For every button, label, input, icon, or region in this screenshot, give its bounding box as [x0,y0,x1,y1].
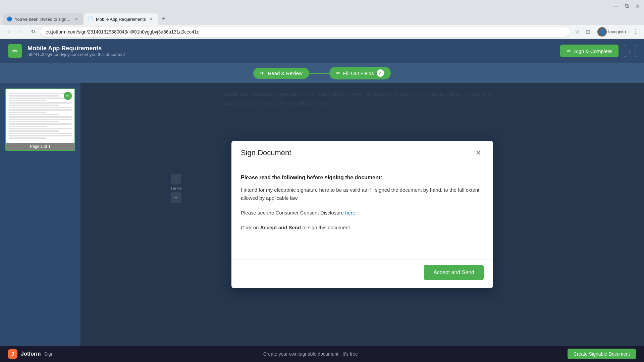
thumb-line [9,114,59,115]
sidebar: ✏ [0,83,80,346]
modal-header: Sign Document ✕ [231,141,493,165]
modal-close-button[interactable]: ✕ [473,147,484,158]
modal-para2-prefix: Please see the Consumer Consent Disclosu… [241,210,345,216]
consumer-consent-link[interactable]: here [345,210,355,216]
modal-para3-bold: Accept and Send [260,225,301,230]
close-window-button[interactable]: ✕ [633,2,641,10]
modal-title: Sign Document [241,148,291,157]
browser-chrome: — ⧉ ✕ 🔵 You've been invited to sign Mobi… [0,0,644,39]
main-content: ✏ [0,83,644,346]
modal-body: Please read the following before signing… [231,165,493,259]
address-bar: ‹ › ↻ ☆ ⊡ 👤 Incognito ⋮ [0,25,644,39]
document-area: iaculis sed, consectetur eget sem. Lorem… [80,83,644,346]
thumb-line [9,123,72,125]
thumb-line [9,98,72,99]
app-logo-icon: ✏ [12,47,18,55]
bookmark-button[interactable]: ☆ [573,27,582,37]
step1-label: Read & Review [268,70,302,76]
step1-icon: 👁 [260,70,265,76]
thumb-line [9,128,72,129]
accept-and-send-button[interactable]: Accept and Send [424,265,484,280]
reload-button[interactable]: ↻ [28,27,38,37]
step2-check: ✓ [377,69,384,77]
modal-para-3: Click on Accept and Send to sign this do… [241,224,484,232]
thumb-line [9,116,72,118]
tab-1[interactable]: 🔵 You've been invited to sign Mobi... ✕ [3,13,83,25]
tab-2[interactable]: 📄 Mobile App Requirements ✕ [84,13,158,25]
incognito-icon: 👤 [597,27,607,37]
tab2-favicon: 📄 [88,16,93,22]
toolbar-icons: ☆ ⊡ 👤 Incognito ⋮ [573,26,640,38]
bottom-bar: J Jotform Sign Create your own signable … [0,346,644,362]
step-read-review[interactable]: 👁 Read & Review [253,68,309,79]
modal-para-2: Please see the Consumer Consent Disclosu… [241,209,484,217]
steps-bar: 👁 Read & Review ✏ Fill Out Fields ✓ [0,63,644,83]
thumb-line [9,107,72,108]
footer-sign-label: Sign [44,351,54,357]
back-button[interactable]: ‹ [4,27,13,37]
thumbnail-label: Page 1 of 1 [6,143,74,150]
thumb-line [9,109,72,111]
step2-icon: ✏ [336,70,340,76]
modal-heading: Please read the following before signing… [241,175,484,181]
modal-overlay: Sign Document ✕ Please read the followin… [80,83,644,346]
incognito-label: Incognito [608,29,626,34]
app-header: ✏ Mobile App Requirements a9241c29@moody… [0,39,644,63]
extensions-button[interactable]: ⊡ [583,27,593,37]
title-bar: — ⧉ ✕ [0,0,644,12]
address-input[interactable] [40,27,570,37]
thumb-line [9,126,47,127]
jotform-logo: J Jotform Sign [8,349,54,359]
tab1-favicon: 🔵 [7,16,12,22]
app-subtitle: a9241c29@moodyjoy.com sent you this docu… [28,52,555,57]
tab1-title: You've been invited to sign Mobi... [15,17,71,22]
header-menu-button[interactable]: ⋮ [624,45,636,57]
thumb-line [9,133,72,134]
thumb-line [9,112,47,113]
thumb-line [9,100,47,101]
sign-complete-button[interactable]: ✏ Sign & Complete [560,45,619,57]
tabs-bar: 🔵 You've been invited to sign Mobi... ✕ … [0,12,644,25]
thumb-line [9,137,47,139]
sign-complete-label: Sign & Complete [574,48,612,54]
modal-footer: Accept and Send [231,259,493,288]
modal-para-1: I intend for my electronic signature her… [241,186,484,202]
modal-para3-suffix: to sign this document. [301,225,351,230]
create-signable-button[interactable]: Create Signable Document [568,349,636,359]
thumb-line [9,93,72,94]
app-title: Mobile App Requirements [28,45,555,52]
step2-label: Fill Out Fields [343,70,374,76]
edit-badge: ✏ [64,92,72,100]
window-controls: — ⧉ ✕ [612,2,641,10]
thumb-line [9,135,72,136]
maximize-button[interactable]: ⧉ [623,2,631,10]
jotform-brand: Jotform [21,351,41,357]
tab2-title: Mobile App Requirements [96,17,146,22]
new-tab-button[interactable]: + [159,14,168,23]
footer-promo-text: Create your own signable document - It's… [263,351,358,357]
sign-document-modal: Sign Document ✕ Please read the followin… [231,141,493,288]
browser-menu-button[interactable]: ⋮ [631,27,640,37]
app-title-group: Mobile App Requirements a9241c29@moodyjo… [28,45,555,57]
thumb-line [9,95,59,97]
thumb-line [9,102,72,104]
forward-button[interactable]: › [16,27,25,37]
modal-para3-prefix: Click on [241,225,260,230]
page-thumbnail[interactable]: ✏ [5,88,75,151]
sign-complete-icon: ✏ [567,48,571,54]
app-logo: ✏ [8,44,22,58]
tab2-close-button[interactable]: ✕ [149,16,154,22]
minimize-button[interactable]: — [612,2,620,10]
thumb-line [9,121,59,122]
tab1-close-button[interactable]: ✕ [74,16,79,22]
jotform-icon: J [8,349,17,359]
thumb-line [9,105,59,106]
modal-para2-suffix: . [355,210,357,216]
step-fill-fields[interactable]: ✏ Fill Out Fields ✓ [329,67,391,79]
incognito-badge: 👤 Incognito [594,26,629,38]
thumb-line [9,130,59,132]
step-connector [309,73,329,74]
thumb-line [9,119,72,120]
